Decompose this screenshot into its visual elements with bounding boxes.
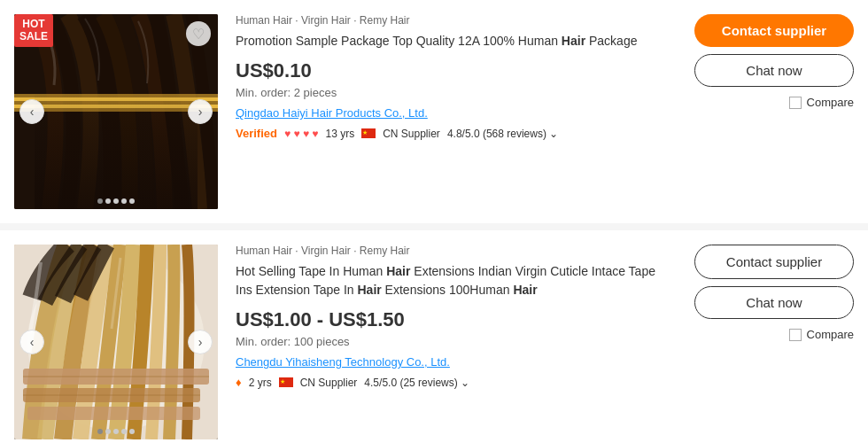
supplier-meta-1: Verified ♥ ♥ ♥ ♥ 13 yrs CN Supplier 4.8/…	[236, 127, 668, 140]
chat-now-button-2[interactable]: Chat now	[694, 286, 854, 319]
supplier-type-2: CN Supplier	[300, 377, 358, 389]
compare-checkbox-1[interactable]	[789, 97, 802, 109]
next-image-button-2[interactable]: ›	[188, 330, 213, 354]
compare-row-2: Compare	[789, 328, 854, 341]
chat-now-button-1[interactable]: Chat now	[694, 54, 854, 87]
dot-2	[105, 198, 111, 204]
verified-badge-1: Verified	[236, 127, 277, 140]
product-rating-2: 4.5/5.0 (25 reviews) ⌄	[364, 377, 469, 389]
dot-5	[129, 198, 135, 204]
supplier-meta-2: ♦ 2 yrs CN Supplier 4.5/5.0 (25 reviews)…	[236, 376, 668, 389]
product-info-1: Human Hair · Virgin Hair · Remy Hair Pro…	[218, 14, 686, 209]
hot-sale-badge: HOT SALE	[14, 14, 53, 47]
product-actions-2: Contact supplier Chat now Compare	[686, 245, 854, 439]
product-card-1: HOT SALE ♡	[0, 0, 868, 230]
min-order-2: Min. order: 100 pieces	[236, 335, 668, 348]
product-info-2: Human Hair · Virgin Hair · Remy Hair Hot…	[218, 245, 686, 439]
dot2-5	[129, 429, 135, 434]
contact-supplier-button-1[interactable]: Contact supplier	[694, 14, 854, 47]
svg-rect-8	[27, 407, 200, 420]
next-image-button-1[interactable]: ›	[188, 99, 213, 124]
contact-supplier-button-2[interactable]: Contact supplier	[694, 245, 854, 279]
product-actions-1: Contact supplier Chat now Compare	[686, 14, 854, 209]
compare-checkbox-2[interactable]	[789, 329, 802, 341]
dot2-4	[121, 429, 127, 434]
svg-rect-2	[14, 97, 218, 101]
product-title-1: Promotion Sample Package Top Quality 12A…	[236, 32, 668, 51]
supplier-type-1: CN Supplier	[383, 128, 440, 140]
prev-image-button-2[interactable]: ‹	[19, 330, 44, 354]
wishlist-button-1[interactable]: ♡	[186, 21, 211, 46]
image-dots-1	[97, 198, 135, 204]
supplier-name-2[interactable]: Chengdu Yihaisheng Technology Co., Ltd.	[236, 355, 668, 369]
product-tags-1: Human Hair · Virgin Hair · Remy Hair	[236, 14, 668, 27]
compare-label-1: Compare	[807, 96, 854, 109]
product-card-2: ‹ › Human Hair · Virgin Hair · Remy Hair…	[0, 230, 868, 443]
product-image-container-2: ‹ ›	[14, 245, 218, 439]
dot2-3	[113, 429, 119, 434]
image-dots-2	[97, 429, 135, 434]
compare-label-2: Compare	[807, 328, 854, 341]
dot2-2	[105, 429, 111, 434]
compare-row-1: Compare	[789, 96, 854, 109]
dot2-1	[97, 429, 103, 434]
product-title-2: Hot Selling Tape In Human Hair Extension…	[236, 262, 668, 299]
cn-flag-2	[279, 377, 293, 387]
dot-1	[97, 198, 103, 204]
supplier-years-1: 13 yrs	[325, 128, 354, 140]
dot-3	[113, 198, 119, 204]
product-tags-2: Human Hair · Virgin Hair · Remy Hair	[236, 245, 668, 257]
product-price-1: US$0.10	[236, 59, 668, 82]
dot-4	[121, 198, 127, 204]
supplier-hearts-1: ♥ ♥ ♥ ♥	[284, 128, 319, 140]
prev-image-button-1[interactable]: ‹	[19, 99, 44, 124]
product-image-container-1: HOT SALE ♡	[14, 14, 218, 209]
min-order-1: Min. order: 2 pieces	[236, 86, 668, 99]
product-price-2: US$1.00 - US$1.50	[236, 308, 668, 331]
cn-flag-1	[361, 128, 376, 138]
supplier-years-2: 2 yrs	[249, 377, 272, 389]
product-rating-1: 4.8/5.0 (568 reviews) ⌄	[447, 128, 558, 140]
diamond-icon-2: ♦	[236, 376, 242, 389]
supplier-name-1[interactable]: Qingdao Haiyi Hair Products Co., Ltd.	[236, 106, 668, 120]
